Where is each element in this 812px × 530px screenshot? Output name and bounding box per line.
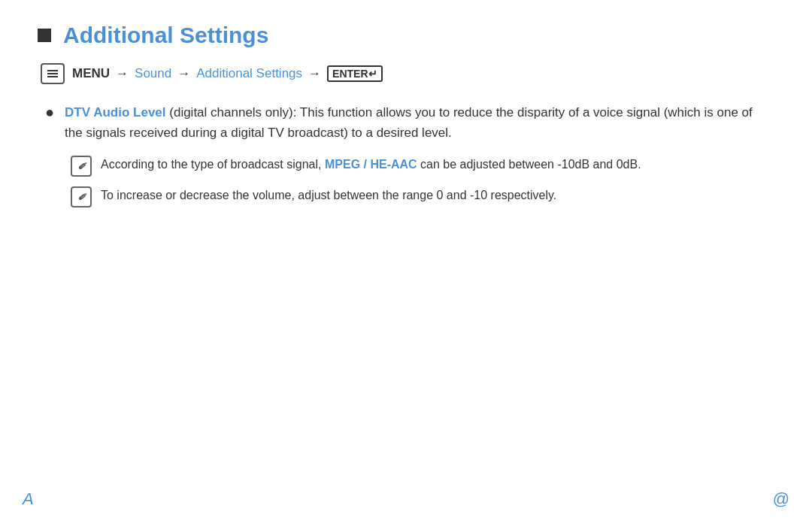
breadcrumb: MENU → Sound → Additional Settings → ENT…: [41, 63, 767, 84]
title-square-icon: [38, 29, 51, 42]
menu-icon: [41, 63, 65, 84]
title-row: Additional Settings: [38, 23, 767, 48]
note-text-1: According to the type of broadcast signa…: [101, 155, 641, 174]
breadcrumb-arrow-2: →: [177, 66, 190, 81]
breadcrumb-arrow-1: →: [116, 66, 129, 81]
page-container: Additional Settings MENU → Sound → Addit…: [0, 0, 812, 530]
breadcrumb-additional-settings: Additional Settings: [196, 66, 302, 81]
breadcrumb-sound: Sound: [135, 66, 171, 81]
note-1-suffix: can be adjusted between -10dB and 0dB.: [417, 158, 641, 171]
enter-icon: ENTER↵: [327, 65, 382, 82]
note-section-1: ✐ According to the type of broadcast sig…: [71, 155, 767, 177]
note-icon-1: ✐: [71, 156, 92, 177]
bullet-text: DTV Audio Level (digital channels only):…: [65, 102, 767, 143]
note-section-2: ✐ To increase or decrease the volume, ad…: [71, 186, 767, 207]
bullet-section: ● DTV Audio Level (digital channels only…: [45, 102, 767, 143]
breadcrumb-arrow-3: →: [308, 66, 321, 81]
bullet-dot-icon: ●: [45, 104, 54, 121]
note-1-prefix: According to the type of broadcast signa…: [101, 158, 325, 171]
dtv-audio-level-highlight: DTV Audio Level: [65, 105, 165, 120]
bullet-body-text: (digital channels only): This function a…: [65, 105, 753, 140]
corner-letter-a: A: [23, 489, 34, 509]
breadcrumb-menu-label: MENU: [72, 66, 110, 81]
note-icon-2: ✐: [71, 186, 92, 207]
corner-letter-at: @: [773, 489, 789, 509]
page-title: Additional Settings: [63, 23, 268, 48]
breadcrumb-enter-label: ENTER↵: [327, 65, 382, 82]
note-text-2: To increase or decrease the volume, adju…: [101, 186, 556, 205]
mpeg-heaac-highlight: MPEG / HE-AAC: [325, 158, 417, 171]
content-area: ● DTV Audio Level (digital channels only…: [45, 102, 767, 207]
